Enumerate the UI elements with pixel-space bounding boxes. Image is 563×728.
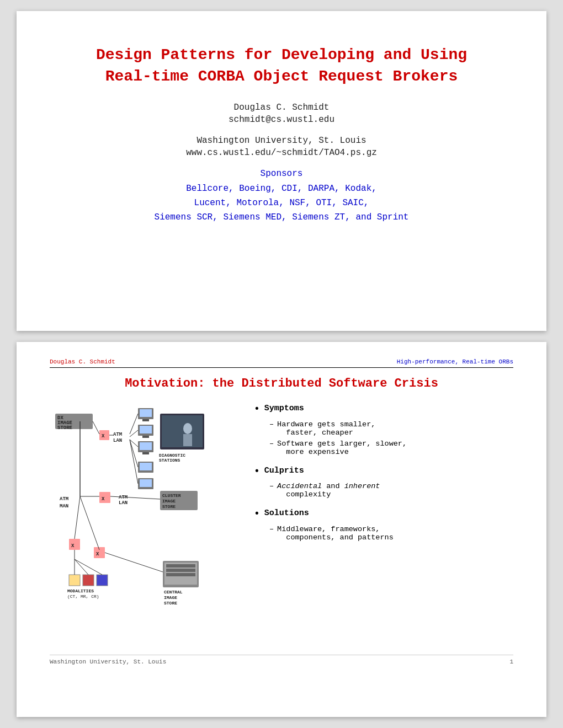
svg-text:ATM: ATM bbox=[113, 432, 122, 437]
solutions-heading: • Solutions bbox=[254, 508, 513, 521]
svg-line-68 bbox=[110, 496, 160, 499]
svg-rect-26 bbox=[140, 479, 152, 487]
svg-text:DIAGNOSTIC: DIAGNOSTIC bbox=[159, 453, 185, 458]
author-name: Douglas C. Schmidt bbox=[234, 103, 330, 113]
svg-line-63 bbox=[75, 496, 80, 539]
svg-line-54 bbox=[93, 421, 99, 434]
svg-rect-10 bbox=[142, 419, 149, 421]
svg-rect-9 bbox=[140, 409, 152, 417]
svg-text:X: X bbox=[71, 543, 75, 549]
slide-footer: Washington University, St. Louis 1 bbox=[50, 655, 513, 665]
symptom-2: – Software gets larger, slower, more exp… bbox=[269, 440, 513, 456]
svg-text:X: X bbox=[102, 433, 105, 439]
svg-rect-37 bbox=[69, 539, 80, 550]
symptom-1: – Hardware gets smaller, faster, cheaper bbox=[269, 420, 513, 437]
symptoms-heading: • Symptoms bbox=[254, 404, 513, 416]
culprit-1: – Accidental and inherent complexity bbox=[269, 482, 513, 499]
svg-text:X: X bbox=[96, 552, 99, 557]
svg-rect-50 bbox=[166, 573, 195, 576]
svg-text:LAN: LAN bbox=[119, 500, 128, 506]
bullet-area: • Symptoms – Hardware gets smaller, fast… bbox=[254, 404, 513, 638]
svg-rect-41 bbox=[69, 575, 80, 586]
svg-rect-15 bbox=[140, 442, 152, 450]
svg-rect-43 bbox=[97, 575, 108, 586]
svg-rect-48 bbox=[166, 564, 195, 568]
diagram-area: DX IMAGE STORE X ATM LAN bbox=[50, 404, 237, 638]
network-diagram: DX IMAGE STORE X ATM LAN bbox=[50, 404, 237, 635]
slide-title: Motivation: the Distributed Software Cri… bbox=[50, 377, 513, 390]
svg-text:MODALITIES: MODALITIES bbox=[67, 588, 94, 593]
svg-text:ATM: ATM bbox=[60, 496, 68, 502]
svg-text:MAN: MAN bbox=[60, 504, 68, 509]
svg-line-67 bbox=[75, 559, 102, 575]
svg-rect-29 bbox=[99, 492, 110, 503]
svg-rect-12 bbox=[140, 426, 152, 433]
solution-1: – Middleware, frameworks, components, an… bbox=[269, 525, 513, 542]
svg-text:LAN: LAN bbox=[113, 438, 122, 443]
svg-text:CLUSTER: CLUSTER bbox=[162, 493, 181, 498]
svg-rect-42 bbox=[83, 575, 94, 586]
culprits-section: • Culprits – Accidental and inherent com… bbox=[254, 466, 513, 499]
svg-line-69 bbox=[105, 553, 163, 572]
header-left: Douglas C. Schmidt bbox=[50, 358, 115, 365]
footer-page-number: 1 bbox=[509, 659, 513, 665]
svg-text:X: X bbox=[102, 496, 105, 502]
author-email: schmidt@cs.wustl.edu bbox=[229, 115, 334, 125]
culprits-heading: • Culprits bbox=[254, 466, 513, 478]
sponsors-label: Sponsors bbox=[261, 169, 303, 179]
svg-rect-13 bbox=[142, 436, 149, 438]
svg-text:(CT, MR, CR): (CT, MR, CR) bbox=[67, 594, 99, 599]
svg-text:STORE: STORE bbox=[164, 601, 177, 606]
institution: Washington University, St. Louis bbox=[196, 136, 366, 146]
website: www.cs.wustl.edu/~schmidt/TAO4.ps.gz bbox=[186, 148, 377, 158]
slide-content: DX IMAGE STORE X ATM LAN bbox=[50, 404, 513, 638]
svg-text:STORE: STORE bbox=[162, 504, 176, 509]
slide-header: Douglas C. Schmidt High-performance, Rea… bbox=[50, 358, 513, 368]
svg-point-19 bbox=[183, 423, 192, 434]
svg-text:STATIONS: STATIONS bbox=[159, 458, 180, 463]
svg-rect-16 bbox=[142, 452, 149, 454]
symptoms-section: • Symptoms – Hardware gets smaller, fast… bbox=[254, 404, 513, 456]
svg-text:STORE: STORE bbox=[57, 425, 73, 431]
svg-line-66 bbox=[75, 559, 88, 575]
svg-rect-20 bbox=[183, 434, 192, 446]
header-right: High-performance, Real-time ORBs bbox=[397, 358, 513, 365]
motivation-slide: Douglas C. Schmidt High-performance, Rea… bbox=[17, 342, 546, 717]
svg-rect-24 bbox=[140, 463, 152, 470]
solutions-section: • Solutions – Middleware, frameworks, co… bbox=[254, 508, 513, 542]
svg-rect-39 bbox=[94, 547, 105, 558]
footer-institution: Washington University, St. Louis bbox=[50, 659, 166, 665]
svg-text:IMAGE: IMAGE bbox=[164, 595, 177, 600]
svg-rect-18 bbox=[162, 415, 203, 447]
svg-text:IMAGE: IMAGE bbox=[162, 499, 176, 504]
svg-rect-49 bbox=[166, 569, 195, 572]
svg-line-64 bbox=[80, 496, 99, 550]
svg-line-60 bbox=[130, 440, 138, 484]
title-page: Design Patterns for Developing and Using… bbox=[17, 11, 546, 331]
sponsors-list: Bellcore, Boeing, CDI, DARPA, Kodak, Luc… bbox=[155, 182, 409, 224]
svg-text:CENTRAL: CENTRAL bbox=[164, 590, 183, 595]
main-title: Design Patterns for Developing and Using… bbox=[96, 44, 467, 87]
